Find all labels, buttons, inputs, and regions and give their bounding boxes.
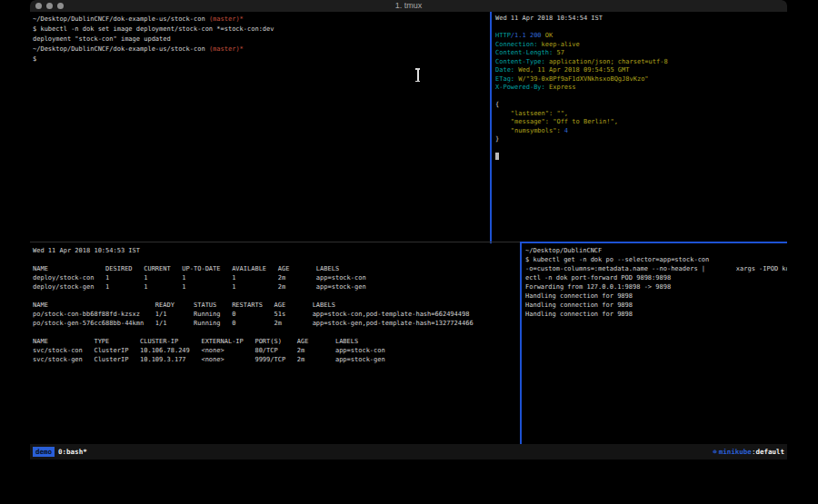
terminal-line [33, 292, 519, 301]
session-name-badge: demo [33, 447, 55, 457]
terminal-line [495, 93, 787, 102]
pane-top-right-output: Wed 11 Apr 2018 10:54:54 IST HTTP/1.1 20… [492, 12, 787, 162]
terminal-line: Handling connection for 9898 [525, 310, 787, 319]
terminal-line [495, 153, 787, 162]
terminal-line: "lastseen": "", [495, 110, 787, 119]
terminal-line: ETag: W/"39-0xBPf9aF1dXVNkhsxoBQgJ8vKzo" [495, 75, 787, 84]
terminal-line: "numsymbols": 4 [495, 127, 787, 136]
terminal-line: Wed 11 Apr 2018 10:54:54 IST [495, 15, 787, 24]
pane-bottom-right-port-forward[interactable]: ~/Desktop/DublinCNCF$ kubectl get -n dok… [522, 243, 787, 444]
terminal-window: 1. tmux ~/Desktop/DublinCNCF/dok-example… [30, 0, 787, 460]
status-bar-left: demo 0:bash* [30, 447, 87, 457]
kube-namespace-label: default [755, 448, 784, 456]
terminal-line: { [495, 101, 787, 110]
terminal-line: svc/stock-con ClusterIP 10.106.78.249 <n… [33, 346, 519, 355]
terminal-line: Wed 11 Apr 2018 10:54:53 IST [33, 246, 519, 255]
terminal-line: ~/Desktop/DublinCNCF/dok-example-us/stoc… [33, 44, 490, 54]
terminal-line: Handling connection for 9898 [525, 292, 787, 301]
terminal-line: ~/Desktop/DublinCNCF/dok-example-us/stoc… [33, 15, 490, 25]
window-tab-label[interactable]: 0:bash* [55, 448, 87, 456]
terminal-line: Handling connection for 9898 [525, 301, 787, 310]
terminal-line: $ kubectl -n dok set image deployment/st… [33, 25, 490, 35]
terminal-line: -o=custom-columns=:metadata.name --no-he… [525, 264, 787, 273]
pane-top-left-shell[interactable]: ~/Desktop/DublinCNCF/dok-example-us/stoc… [30, 12, 490, 242]
tmux-status-bar: demo 0:bash* ☸ minikube : default [30, 444, 787, 460]
terminal-line: po/stock-con-bb68f88fd-kzsxz 1/1 Running… [33, 310, 519, 319]
pane-bottom-left-kubectl-watch[interactable]: Wed 11 Apr 2018 10:54:53 IST NAME DESIRE… [30, 243, 519, 444]
terminal-line: deploy/stock-con 1 1 1 1 2m app=stock-co… [33, 273, 519, 282]
terminal-line: Content-Length: 57 [495, 49, 787, 58]
terminal-line: Content-Type: application/json; charset=… [495, 58, 787, 67]
kube-context-indicator: ☸ minikube : default [713, 448, 787, 456]
pane-top-right-http-response[interactable]: Wed 11 Apr 2018 10:54:54 IST HTTP/1.1 20… [492, 12, 787, 242]
terminal-line: $ kubectl get -n dok po --selector=app=s… [525, 255, 787, 264]
terminal-line: NAME DESIRED CURRENT UP-TO-DATE AVAILABL… [33, 264, 519, 273]
window-titlebar[interactable]: 1. tmux [30, 0, 787, 12]
terminal-line: } [495, 135, 787, 144]
terminal-line [495, 144, 787, 153]
desktop-background: 1. tmux ~/Desktop/DublinCNCF/dok-example… [0, 0, 818, 504]
kube-cluster-label: minikube [719, 448, 752, 456]
terminal-line: po/stock-gen-576cc688bb-44kmn 1/1 Runnin… [33, 319, 519, 328]
terminal-line: Connection: keep-alive [495, 41, 787, 50]
terminal-line: NAME READY STATUS RESTARTS AGE LABELS [33, 301, 519, 310]
terminal-line: svc/stock-gen ClusterIP 10.109.3.177 <no… [33, 355, 519, 364]
terminal-line: Date: Wed, 11 Apr 2018 09:54:55 GMT [495, 66, 787, 75]
terminal-line: deploy/stock-gen 1 1 1 1 2m app=stock-ge… [33, 282, 519, 292]
terminal-line: NAME TYPE CLUSTER-IP EXTERNAL-IP PORT(S)… [33, 337, 519, 346]
ibeam-mouse-cursor [414, 68, 421, 82]
pane-divider-horizontal-left[interactable] [30, 242, 520, 242]
terminal-line: ectl -n dok port-forward POD 9898:9898 [525, 273, 787, 282]
terminal-line [495, 24, 787, 33]
pane-bottom-right-output: ~/Desktop/DublinCNCF$ kubectl get -n dok… [522, 243, 787, 319]
terminal-line [33, 328, 519, 337]
pane-bottom-left-output: Wed 11 Apr 2018 10:54:53 IST NAME DESIRE… [30, 243, 519, 364]
terminal-line: X-Powered-By: Express [495, 84, 787, 93]
terminal-line: ~/Desktop/DublinCNCF [525, 246, 787, 255]
terminal-line: "message": "Off to Berlin!", [495, 118, 787, 127]
window-title: 1. tmux [30, 1, 787, 10]
terminal-line [33, 255, 519, 264]
terminal-line: deployment "stock-con" image updated [33, 35, 490, 44]
terminal-line: Forwarding from 127.0.0.1:9898 -> 9898 [525, 282, 787, 292]
terminal-line: HTTP/1.1 200 OK [495, 32, 787, 41]
terminal-line: $ [33, 54, 490, 64]
pane-top-left-output: ~/Desktop/DublinCNCF/dok-example-us/stoc… [30, 12, 490, 64]
